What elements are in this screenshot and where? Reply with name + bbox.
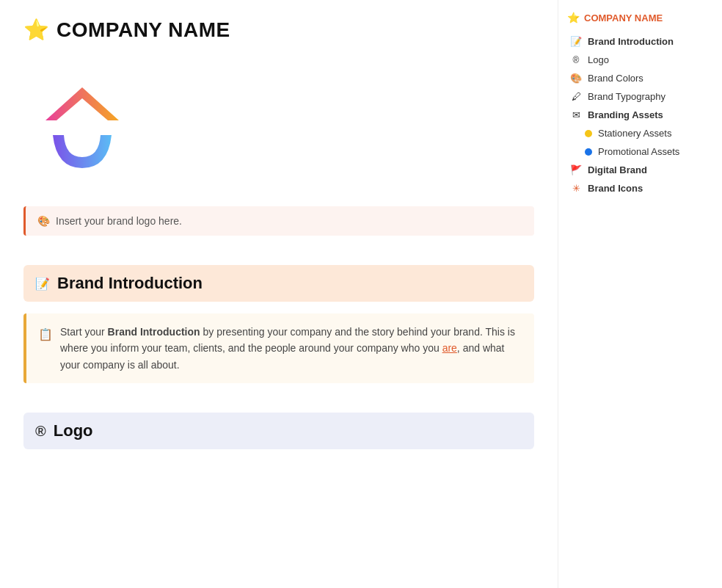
- sidebar-item-brand-colors[interactable]: 🎨 Brand Colors: [567, 69, 703, 87]
- hint-emoji: 📋: [38, 325, 53, 373]
- sidebar-brand-intro-icon: 📝: [570, 36, 582, 47]
- sidebar-item-digital-brand[interactable]: 🚩 Digital Brand: [567, 161, 703, 179]
- sidebar-digital-brand-label: Digital Brand: [588, 164, 647, 175]
- sidebar-brand-typography-icon: 🖊: [570, 91, 582, 102]
- header-star-icon: ⭐: [23, 18, 49, 42]
- brand-logo-svg: [23, 65, 141, 183]
- hint-text-before: Start your: [60, 326, 108, 338]
- main-content: ⭐ COMPANY NAME 🎨 Insert your: [0, 0, 558, 588]
- sidebar-stationery-assets-label: Stationery Assets: [598, 128, 671, 139]
- sidebar-promotional-assets-label: Promotional Assets: [598, 146, 679, 157]
- sidebar-logo-label: Logo: [588, 54, 609, 65]
- sidebar-branding-assets-label: Branding Assets: [588, 109, 663, 120]
- logo-section-title: Logo: [54, 421, 93, 440]
- sidebar-brand-introduction-label: Brand Introduction: [588, 36, 674, 47]
- sidebar-item-brand-typography[interactable]: 🖊 Brand Typography: [567, 87, 703, 106]
- sidebar-brand-icons-label: Brand Icons: [588, 183, 643, 194]
- logo-icon: ®: [35, 423, 46, 440]
- sidebar-stationery-dot-icon: [585, 130, 592, 137]
- sidebar: ⭐ COMPANY NAME 📝 Brand Introduction ® Lo…: [558, 0, 712, 588]
- logo-section-header: ® Logo: [23, 413, 534, 449]
- sidebar-company-label: COMPANY NAME: [584, 12, 663, 23]
- sidebar-branding-assets-icon: ✉: [570, 109, 582, 120]
- sidebar-star-icon: ⭐: [567, 12, 580, 23]
- sidebar-brand-typography-label: Brand Typography: [588, 91, 666, 102]
- sidebar-item-stationery-assets[interactable]: Stationery Assets: [567, 124, 703, 142]
- insert-logo-hint: 🎨 Insert your brand logo here.: [23, 206, 534, 236]
- sidebar-brand-colors-label: Brand Colors: [588, 73, 643, 84]
- sidebar-company-name[interactable]: ⭐ COMPANY NAME: [567, 12, 703, 23]
- page-header: ⭐ COMPANY NAME: [23, 18, 534, 42]
- sidebar-item-logo[interactable]: ® Logo: [567, 51, 703, 69]
- brand-introduction-title: Brand Introduction: [57, 274, 203, 293]
- brand-logo-area: [23, 65, 534, 183]
- sidebar-digital-brand-icon: 🚩: [570, 164, 582, 175]
- insert-logo-emoji: 🎨: [37, 215, 50, 227]
- insert-logo-text: Insert your brand logo here.: [56, 215, 182, 227]
- sidebar-logo-icon: ®: [570, 55, 582, 65]
- sidebar-item-brand-icons[interactable]: ✳ Brand Icons: [567, 179, 703, 197]
- sidebar-promotional-dot-icon: [585, 148, 592, 156]
- brand-intro-text-block: 📋 Start your Brand Introduction by prese…: [23, 313, 534, 383]
- sidebar-brand-colors-icon: 🎨: [570, 73, 582, 84]
- brand-introduction-header: 📝 Brand Introduction: [23, 265, 534, 302]
- hint-link[interactable]: are: [442, 342, 457, 354]
- sidebar-item-promotional-assets[interactable]: Promotional Assets: [567, 142, 703, 161]
- hint-content: Start your Brand Introduction by present…: [60, 324, 522, 373]
- page-title: COMPANY NAME: [56, 18, 230, 42]
- sidebar-item-brand-introduction[interactable]: 📝 Brand Introduction: [567, 32, 703, 51]
- sidebar-item-branding-assets[interactable]: ✉ Branding Assets: [567, 106, 703, 124]
- sidebar-brand-icons-icon: ✳: [570, 183, 582, 194]
- brand-intro-icon: 📝: [35, 277, 50, 291]
- hint-bold: Brand Introduction: [108, 326, 200, 338]
